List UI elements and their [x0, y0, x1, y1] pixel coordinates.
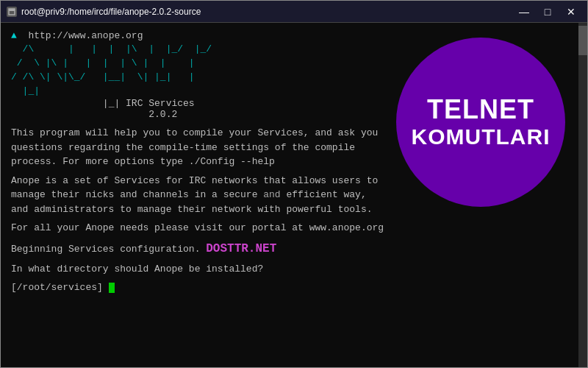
cursor [109, 283, 115, 293]
anope-icon: ▲ [11, 30, 23, 41]
beginning-line: Beginning Services configuration. DOSTTR… [11, 240, 577, 258]
window-controls: — □ ✕ [514, 4, 581, 19]
overlay-badge: TELNET KOMUTLARI [396, 38, 565, 207]
svg-rect-1 [9, 9, 15, 11]
overlay-title: TELNET [427, 95, 534, 124]
prompt-line: In what directory should Anope be instal… [11, 262, 577, 277]
scrollbar-thumb[interactable] [578, 26, 587, 55]
scrollbar[interactable] [578, 23, 587, 367]
terminal-window: root@priv9:/home/ircd/file/anope-2.0.2-s… [0, 0, 588, 368]
titlebar: root@priv9:/home/ircd/file/anope-2.0.2-s… [1, 1, 587, 23]
terminal-body[interactable]: TELNET KOMUTLARI ▲ http://www.anope.org … [1, 23, 587, 367]
window-title: root@priv9:/home/ircd/file/anope-2.0.2-s… [21, 7, 514, 17]
window-icon [7, 7, 17, 17]
close-button[interactable]: ✕ [561, 4, 581, 19]
overlay-sub: KOMUTLARI [412, 124, 551, 149]
input-line: [/root/services] [11, 280, 577, 295]
maximize-button[interactable]: □ [537, 4, 558, 19]
body-text-3: For all your Anope needs please visit ou… [11, 221, 577, 236]
dosttr-label: DOSTTR.NET [206, 242, 276, 255]
minimize-button[interactable]: — [514, 4, 534, 19]
